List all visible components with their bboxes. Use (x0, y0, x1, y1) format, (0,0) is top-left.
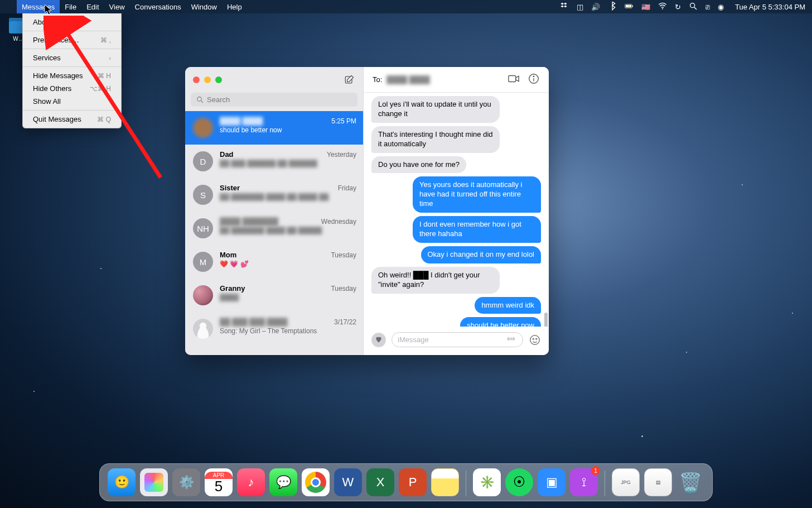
dock-excel[interactable]: X (366, 468, 394, 496)
chevron-right-icon: › (109, 55, 111, 61)
menu-item-services[interactable]: Services› (23, 51, 121, 64)
conversation-preview: ██ ███ ██████ ██ ██████ (220, 160, 356, 167)
svg-point-16 (533, 76, 534, 76)
wifi-icon[interactable] (658, 2, 667, 12)
message-input[interactable]: iMessage (392, 332, 523, 347)
conversation-time: Wednesday (321, 218, 356, 226)
dock-trash[interactable]: 🗑️ (676, 468, 704, 496)
conversation-time: Friday (338, 184, 356, 192)
conversation-time: 5:25 PM (331, 117, 356, 125)
minimize-button[interactable] (204, 76, 211, 83)
message-sent: I dont even remember how i got there hah… (413, 216, 541, 243)
info-button[interactable] (528, 73, 540, 87)
dock: 🙂 ⚙️ APR5 ♪ 💬 W X P ✳️ ⦿ ▣ ⟟1 JPG ▤ 🗑️ (99, 463, 713, 501)
conversation-item[interactable]: MMomTuesday❤️ 💗 💕 (185, 245, 363, 279)
facetime-button[interactable] (508, 73, 520, 87)
control-center-icon[interactable]: ⎚ (705, 3, 710, 11)
apps-button[interactable] (371, 333, 386, 347)
conversation-preview: ❤️ 💗 💕 (220, 260, 356, 268)
svg-point-27 (533, 338, 534, 339)
message-received: Do you have one for me? (371, 156, 466, 174)
conversation-list[interactable]: ████ ████5:25 PMshould be better nowDDad… (185, 111, 363, 355)
dock-podcasts[interactable]: ⟟1 (570, 468, 598, 496)
disk-icon[interactable]: ◫ (577, 3, 583, 11)
conversation-name: Granny (220, 284, 245, 293)
bluetooth-icon[interactable] (608, 2, 617, 12)
conversation-item[interactable]: ██ ███ ███ ████3/17/22Song: My Girl – Th… (185, 312, 363, 346)
conversation-time: 3/17/22 (334, 318, 356, 326)
dock-calendar[interactable]: APR5 (205, 468, 233, 496)
menubar-clock[interactable]: Tue Apr 5 5:33:04 PM (732, 3, 805, 11)
spotlight-icon[interactable] (689, 2, 698, 12)
conversation-preview: Song: My Girl – The Temptations (220, 327, 356, 335)
svg-point-5 (690, 3, 695, 7)
svg-line-12 (201, 101, 203, 103)
emoji-button[interactable] (529, 334, 541, 346)
compose-button[interactable] (343, 74, 355, 86)
conversation-item[interactable]: SSisterFriday██ ███████ ████ ██ ████ ██ (185, 178, 363, 212)
svg-point-11 (197, 97, 202, 102)
svg-rect-13 (509, 76, 516, 82)
dictation-button[interactable] (506, 335, 517, 344)
dock-finder[interactable]: 🙂 (108, 468, 136, 496)
message-sent: Yes yours does it automatically i have h… (413, 176, 541, 213)
conversation-item[interactable]: GrannyTuesday████ (185, 279, 363, 312)
search-icon (196, 96, 204, 103)
menu-item-hide-others[interactable]: Hide Others⌥⌘ H (23, 82, 121, 95)
dock-slack[interactable]: ✳️ (473, 468, 501, 496)
dock-zoom[interactable]: ▣ (538, 468, 566, 496)
dock-chrome[interactable] (302, 468, 330, 496)
menu-window[interactable]: Window (186, 0, 222, 13)
dock-downloads-1[interactable]: JPG (612, 468, 640, 496)
dropbox-icon[interactable] (560, 2, 569, 12)
dock-messages[interactable]: 💬 (269, 468, 297, 496)
conversation-preview: ████ (220, 294, 356, 301)
menu-separator (23, 110, 121, 111)
conversation-item[interactable]: DDadYesterday██ ███ ██████ ██ ██████ (185, 145, 363, 178)
message-sent: Okay i changed it on my end lolol (421, 246, 542, 263)
menu-item-quit[interactable]: Quit Messages⌘ Q (23, 113, 121, 126)
message-thread[interactable]: Lol yes i'll wait to update it until you… (364, 93, 549, 327)
messages-menu-dropdown: About Messages Preferences…⌘ , Services›… (22, 13, 122, 128)
menu-edit[interactable]: Edit (81, 0, 104, 13)
conversation-item[interactable]: NH████ ███████Wednesday██ ███████ ████ █… (185, 212, 363, 245)
siri-icon[interactable]: ◉ (718, 3, 724, 11)
search-input[interactable]: Search (191, 93, 357, 107)
conversation-name: Dad (220, 150, 234, 159)
dock-spotify[interactable]: ⦿ (505, 468, 533, 496)
avatar: NH (193, 218, 213, 238)
close-button[interactable] (193, 76, 200, 83)
menu-item-hide[interactable]: Hide Messages⌘ H (23, 69, 121, 82)
menu-help[interactable]: Help (222, 0, 247, 13)
menu-item-about[interactable]: About Messages (23, 16, 121, 28)
dock-music[interactable]: ♪ (237, 468, 265, 496)
dock-downloads-2[interactable]: ▤ (644, 468, 672, 496)
dock-settings[interactable]: ⚙️ (172, 468, 200, 496)
conversation-name: Sister (220, 184, 240, 192)
menu-file[interactable]: File (60, 0, 81, 13)
fullscreen-button[interactable] (215, 76, 222, 83)
to-value: ████ ████ (386, 75, 429, 84)
conversation-item[interactable]: ████ ████5:25 PMshould be better now (185, 111, 363, 145)
scrollbar-thumb[interactable] (544, 313, 548, 327)
dock-launchpad[interactable] (140, 468, 168, 496)
dock-word[interactable]: W (334, 468, 362, 496)
input-flag-icon[interactable]: 🇺🇸 (641, 3, 650, 11)
badge: 1 (591, 466, 600, 475)
time-machine-icon[interactable]: ↻ (675, 3, 681, 11)
dock-powerpoint[interactable]: P (399, 468, 427, 496)
battery-icon[interactable]: ⚡ (625, 2, 634, 12)
menu-item-preferences[interactable]: Preferences…⌘ , (23, 33, 121, 46)
conversation-name: ████ ████ (220, 117, 263, 125)
dock-notes[interactable] (431, 468, 459, 496)
chat-pane: To: ████ ████ Lol yes i'll wait to updat… (364, 67, 549, 355)
avatar: S (193, 185, 213, 205)
message-sent: should be better now (460, 317, 541, 327)
message-received: That's interesting I thought mine did it… (371, 126, 500, 153)
volume-icon[interactable]: 🔊 (591, 3, 600, 11)
menu-conversations[interactable]: Conversations (130, 0, 186, 13)
apple-menu[interactable] (7, 0, 17, 13)
cursor-icon (45, 4, 54, 16)
menu-item-show-all[interactable]: Show All (23, 95, 121, 108)
menu-view[interactable]: View (104, 0, 130, 13)
